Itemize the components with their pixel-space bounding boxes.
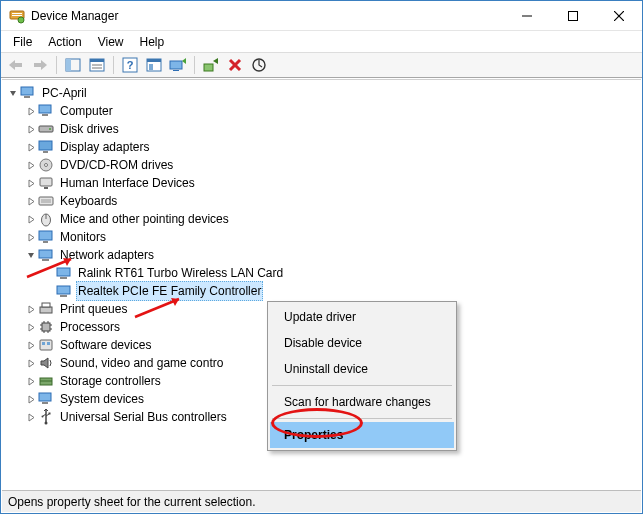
expand-icon[interactable]: [24, 338, 38, 352]
svg-rect-30: [42, 114, 48, 116]
svg-rect-37: [40, 178, 52, 186]
toolbar-separator: [194, 56, 195, 74]
expand-icon[interactable]: [24, 374, 38, 388]
expand-icon[interactable]: [24, 158, 38, 172]
tree-root[interactable]: PC-April: [2, 84, 641, 102]
expand-icon[interactable]: [24, 194, 38, 208]
tree-label: Universal Serial Bus controllers: [58, 408, 229, 426]
forward-button[interactable]: [29, 54, 51, 76]
tree-category[interactable]: Computer: [2, 102, 641, 120]
close-button[interactable]: [596, 1, 642, 31]
uninstall-button[interactable]: [224, 54, 246, 76]
tree-category[interactable]: Display adapters: [2, 138, 641, 156]
collapse-icon[interactable]: [6, 86, 20, 100]
show-hide-tree-button[interactable]: [62, 54, 84, 76]
window-title: Device Manager: [31, 9, 504, 23]
expand-icon[interactable]: [24, 104, 38, 118]
svg-rect-48: [57, 268, 70, 276]
tree-device[interactable]: Ralink RT61 Turbo Wireless LAN Card: [2, 264, 641, 282]
tree-category[interactable]: Human Interface Devices: [2, 174, 641, 192]
tree-device-selected[interactable]: Realtek PCIe FE Family Controller: [2, 282, 641, 300]
tree-label: System devices: [58, 390, 146, 408]
properties-button[interactable]: [86, 54, 108, 76]
svg-rect-23: [204, 64, 213, 71]
svg-rect-72: [49, 413, 51, 415]
app-icon: [9, 8, 25, 24]
svg-point-32: [49, 128, 51, 130]
tree-category-network[interactable]: Network adapters: [2, 246, 641, 264]
tree-category[interactable]: DVD/CD-ROM drives: [2, 156, 641, 174]
svg-rect-8: [15, 63, 22, 67]
tree-category[interactable]: Keyboards: [2, 192, 641, 210]
processor-icon: [38, 319, 54, 335]
expand-icon[interactable]: [24, 140, 38, 154]
svg-rect-63: [40, 340, 52, 350]
expand-icon[interactable]: [24, 212, 38, 226]
toolbar-separator: [56, 56, 57, 74]
maximize-button[interactable]: [550, 1, 596, 31]
svg-point-3: [18, 17, 24, 23]
svg-rect-19: [147, 59, 161, 62]
collapse-icon[interactable]: [24, 248, 38, 262]
expand-icon[interactable]: [24, 356, 38, 370]
tree-label: Human Interface Devices: [58, 174, 197, 192]
svg-rect-45: [43, 241, 48, 243]
expand-icon[interactable]: [24, 230, 38, 244]
tree-category[interactable]: Disk drives: [2, 120, 641, 138]
back-button[interactable]: [5, 54, 27, 76]
status-text: Opens property sheet for the current sel…: [8, 495, 255, 509]
tree-label: Software devices: [58, 336, 153, 354]
tree-label: DVD/CD-ROM drives: [58, 156, 175, 174]
svg-rect-50: [57, 286, 70, 294]
title-bar: Device Manager: [1, 1, 642, 31]
menu-bar: File Action View Help: [1, 31, 642, 52]
svg-rect-38: [44, 187, 48, 189]
tree-category[interactable]: Mice and other pointing devices: [2, 210, 641, 228]
tree-label: Processors: [58, 318, 122, 336]
tree-label: Keyboards: [58, 192, 119, 210]
svg-rect-11: [66, 59, 71, 71]
tree-label: Computer: [58, 102, 115, 120]
expand-icon[interactable]: [24, 176, 38, 190]
svg-rect-47: [42, 259, 49, 261]
sound-icon: [38, 355, 54, 371]
storage-icon: [38, 373, 54, 389]
expand-icon[interactable]: [24, 302, 38, 316]
context-scan-hardware[interactable]: Scan for hardware changes: [270, 389, 454, 415]
svg-rect-49: [60, 277, 67, 279]
computer-icon: [20, 85, 36, 101]
menu-file[interactable]: File: [5, 33, 40, 51]
enable-button[interactable]: [200, 54, 222, 76]
context-menu: Update driver Disable device Uninstall d…: [267, 301, 457, 451]
help-button[interactable]: ?: [119, 54, 141, 76]
svg-rect-28: [24, 96, 30, 98]
toolbar-separator: [113, 56, 114, 74]
svg-rect-39: [39, 197, 53, 205]
svg-rect-65: [47, 342, 50, 345]
context-disable-device[interactable]: Disable device: [270, 330, 454, 356]
hid-icon: [38, 175, 54, 191]
svg-rect-52: [40, 307, 52, 313]
svg-rect-1: [12, 13, 22, 14]
expand-icon[interactable]: [24, 122, 38, 136]
expand-icon[interactable]: [24, 320, 38, 334]
menu-help[interactable]: Help: [132, 33, 173, 51]
expand-icon[interactable]: [24, 392, 38, 406]
update-driver-button[interactable]: [167, 54, 189, 76]
scan-hardware-button[interactable]: [143, 54, 165, 76]
network-icon: [56, 265, 72, 281]
context-uninstall-device[interactable]: Uninstall device: [270, 356, 454, 382]
expand-icon[interactable]: [24, 410, 38, 424]
svg-rect-34: [43, 151, 48, 153]
spacer: [42, 266, 56, 280]
svg-rect-51: [60, 295, 67, 297]
status-bar: Opens property sheet for the current sel…: [2, 490, 641, 512]
scan-changes-button[interactable]: [248, 54, 270, 76]
minimize-button[interactable]: [504, 1, 550, 31]
context-properties[interactable]: Properties: [270, 422, 454, 448]
context-update-driver[interactable]: Update driver: [270, 304, 454, 330]
tree-category[interactable]: Monitors: [2, 228, 641, 246]
menu-view[interactable]: View: [90, 33, 132, 51]
menu-action[interactable]: Action: [40, 33, 89, 51]
tree-label: Storage controllers: [58, 372, 163, 390]
